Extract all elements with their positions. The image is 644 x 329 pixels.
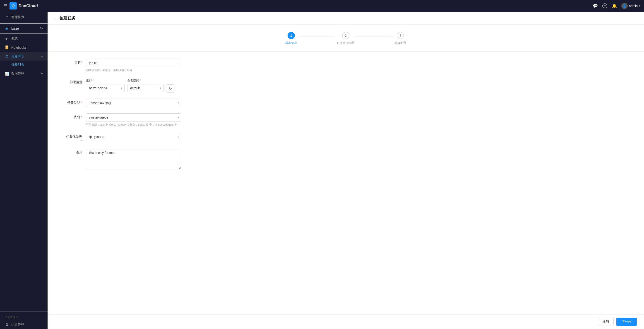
platform-admin-label: 平台管理员 bbox=[4, 316, 18, 319]
cluster-select[interactable]: baize-dev-p4 bbox=[86, 84, 124, 92]
data-management-icon: 📊 bbox=[4, 71, 9, 76]
sidebar-item-overview-label: 概览 bbox=[11, 37, 43, 41]
form-row-remark: 备注 this is only for test bbox=[66, 149, 256, 170]
task-type-select-wrapper: Tensorflow 单机 ▾ bbox=[86, 99, 181, 107]
hamburger-icon[interactable]: ☰ bbox=[4, 3, 7, 8]
queue-select[interactable]: cluster-queue bbox=[86, 113, 181, 121]
step-3-number: 3 bbox=[400, 34, 401, 37]
ai-compute-icon: ⊙ bbox=[4, 15, 9, 19]
namespace-sub-label: 命名空间 * bbox=[127, 78, 164, 83]
content-area: ← 创建任务 1 基本信息 2 任务资源配置 bbox=[48, 12, 644, 329]
sidebar-item-task-center[interactable]: ⊙ 任务中心 ∧ bbox=[0, 52, 48, 61]
footer-bar: 取消 下一步 bbox=[48, 314, 644, 329]
sidebar: ⊙ 智能算力 ◈ baize ↻ 👁 概览 📔 Notebooks ⊙ 任务中心… bbox=[0, 12, 48, 329]
navbar: ☰ DaoCloud 💬 ? 🔔 👤 admin ▾ bbox=[0, 0, 644, 12]
remark-field: this is only for test bbox=[86, 149, 256, 170]
name-label: 名称* bbox=[66, 59, 86, 65]
workspace-item[interactable]: ◈ baize ↻ bbox=[0, 24, 48, 32]
queue-label: 队列 * bbox=[66, 113, 86, 119]
next-button[interactable]: 下一步 bbox=[616, 318, 637, 326]
task-center-chevron-icon: ∧ bbox=[41, 55, 43, 58]
task-center-icon: ⊙ bbox=[4, 54, 9, 58]
cluster-sub-label: 集群 * bbox=[86, 78, 124, 83]
back-button[interactable]: ← bbox=[53, 16, 56, 20]
sidebar-item-task-list[interactable]: 任务列表 bbox=[0, 61, 48, 68]
step-1: 1 基本信息 bbox=[285, 32, 297, 45]
navbar-right: 💬 ? 🔔 👤 admin ▾ bbox=[593, 3, 640, 9]
sidebar-item-ops-management-label: 运维管理 bbox=[11, 323, 43, 327]
step-3-circle: 3 bbox=[397, 32, 404, 39]
sidebar-item-ai-compute-label: 智能算力 bbox=[11, 15, 43, 19]
task-type-required: * bbox=[80, 101, 82, 104]
deploy-row: 集群 * baize-dev-p4 ▾ bbox=[86, 78, 256, 92]
data-management-chevron-icon: ∨ bbox=[41, 72, 43, 75]
page-header: ← 创建任务 bbox=[48, 12, 644, 25]
priority-required: * bbox=[81, 139, 82, 143]
help-icon[interactable]: ? bbox=[602, 3, 607, 8]
form-body: 名称* 创建后名称不可修改，请确认填写内容 部署位置 bbox=[48, 52, 274, 199]
steps-container: 1 基本信息 2 任务资源配置 3 高级配置 bbox=[48, 25, 644, 52]
workspace-refresh-icon[interactable]: ↻ bbox=[40, 26, 43, 30]
cluster-required: * bbox=[92, 79, 94, 82]
step-2: 2 任务资源配置 bbox=[337, 32, 354, 45]
main-layout: ⊙ 智能算力 ◈ baize ↻ 👁 概览 📔 Notebooks ⊙ 任务中心… bbox=[0, 12, 644, 329]
step-2-number: 2 bbox=[345, 34, 347, 37]
divider-footer bbox=[0, 312, 48, 312]
cancel-button[interactable]: 取消 bbox=[598, 318, 614, 326]
priority-field: 中（10000） ▾ bbox=[86, 133, 256, 141]
priority-label: 任务优先级 * bbox=[66, 133, 86, 143]
step-line-2 bbox=[356, 36, 393, 36]
step-2-circle: 2 bbox=[342, 32, 350, 39]
sidebar-item-data-management-label: 数据管理 bbox=[11, 72, 39, 76]
workspace-name: baize bbox=[11, 27, 19, 30]
namespace-required: * bbox=[139, 79, 141, 82]
form-content: 1 基本信息 2 任务资源配置 3 高级配置 bbox=[48, 25, 644, 314]
sidebar-item-overview[interactable]: 👁 概览 bbox=[0, 34, 48, 43]
sidebar-item-task-center-label: 任务中心 bbox=[11, 54, 39, 58]
divider-2 bbox=[0, 33, 48, 33]
user-avatar: 👤 bbox=[621, 3, 628, 9]
step-3-label: 高级配置 bbox=[394, 41, 406, 45]
sidebar-item-data-management[interactable]: 📊 数据管理 ∨ bbox=[0, 69, 48, 78]
sidebar-item-ai-compute[interactable]: ⊙ 智能算力 bbox=[0, 12, 48, 22]
name-required: * bbox=[81, 61, 82, 64]
divider-1 bbox=[0, 23, 48, 23]
queue-select-wrapper: cluster-queue ▾ bbox=[86, 113, 181, 121]
queue-field: cluster-queue ▾ 可用资源：cpu: 84 Core, memor… bbox=[86, 113, 256, 127]
task-type-select[interactable]: Tensorflow 单机 bbox=[86, 99, 181, 107]
remark-textarea[interactable]: this is only for test bbox=[86, 149, 181, 169]
name-hint: 创建后名称不可修改，请确认填写内容 bbox=[86, 68, 256, 72]
logo-container: DaoCloud bbox=[10, 2, 38, 9]
logo-icon bbox=[10, 2, 17, 9]
priority-select[interactable]: 中（10000） bbox=[86, 133, 181, 141]
queue-required: * bbox=[80, 115, 82, 119]
form-row-deploy: 部署位置 集群 * baize-dev-p4 bbox=[66, 78, 256, 92]
form-row-queue: 队列 * cluster-queue ▾ 可用资源：cpu: 84 Core, … bbox=[66, 113, 256, 127]
sidebar-item-ops-management[interactable]: ⚙ 运维管理 bbox=[0, 320, 48, 329]
form-row-task-type: 任务类型 * Tensorflow 单机 ▾ bbox=[66, 99, 256, 107]
user-chevron-icon: ▾ bbox=[639, 4, 640, 7]
user-section[interactable]: 👤 admin ▾ bbox=[621, 3, 640, 9]
namespace-select[interactable]: default bbox=[127, 84, 164, 92]
notebooks-icon: 📔 bbox=[4, 45, 9, 49]
name-input[interactable] bbox=[86, 59, 181, 67]
step-line-1 bbox=[299, 36, 335, 36]
navbar-left: ☰ DaoCloud bbox=[4, 2, 38, 9]
sidebar-item-task-list-label: 任务列表 bbox=[11, 62, 24, 66]
deploy-label: 部署位置 bbox=[66, 78, 86, 84]
sidebar-item-notebooks[interactable]: 📔 Notebooks bbox=[0, 43, 48, 52]
form-row-name: 名称* 创建后名称不可修改，请确认填写内容 bbox=[66, 59, 256, 72]
user-name: admin bbox=[629, 4, 638, 8]
logo-text: DaoCloud bbox=[18, 3, 38, 8]
step-1-circle: 1 bbox=[288, 32, 295, 39]
priority-select-wrapper: 中（10000） ▾ bbox=[86, 133, 181, 141]
page-title: 创建任务 bbox=[59, 15, 76, 21]
deploy-refresh-button[interactable]: ↻ bbox=[166, 84, 174, 92]
step-1-number: 1 bbox=[290, 34, 292, 37]
task-type-field: Tensorflow 单机 ▾ bbox=[86, 99, 256, 107]
sidebar-footer: 平台管理员 ⚙ 运维管理 bbox=[0, 311, 48, 329]
sidebar-item-notebooks-label: Notebooks bbox=[11, 46, 43, 49]
step-1-label: 基本信息 bbox=[285, 41, 297, 45]
message-icon[interactable]: 💬 bbox=[593, 3, 598, 8]
bell-icon[interactable]: 🔔 bbox=[612, 3, 617, 8]
